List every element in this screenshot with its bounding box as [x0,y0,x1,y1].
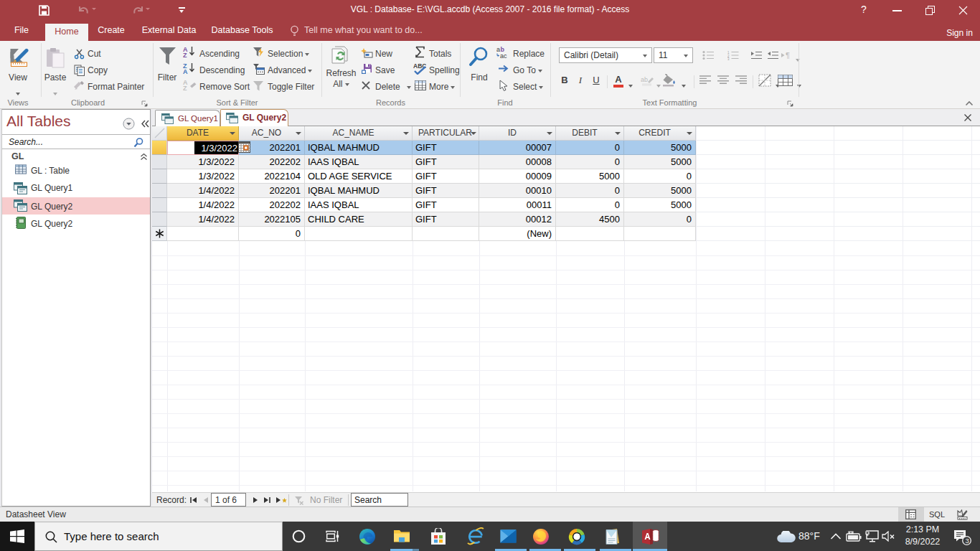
svg-text:¶: ¶ [786,51,790,60]
svg-text:Z: Z [183,52,187,57]
svg-text:ab: ab [641,76,648,83]
svg-text:Z: Z [183,85,187,90]
svg-text:A: A [183,68,188,74]
svg-text:3: 3 [727,57,730,60]
svg-text:3: 3 [965,537,969,545]
svg-text:ac: ac [500,52,507,59]
